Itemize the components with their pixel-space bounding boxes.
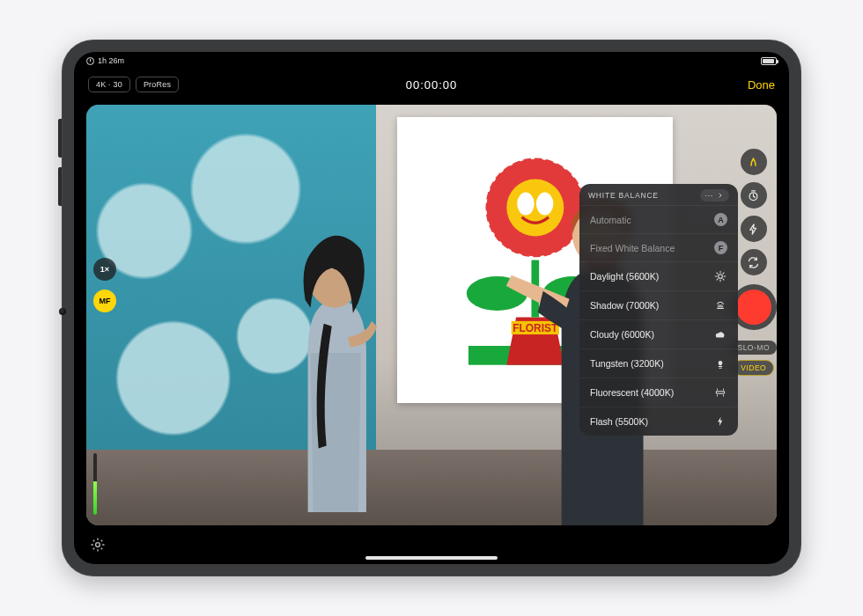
wb-option-fixed[interactable]: Fixed White Balance F [579, 233, 738, 261]
wb-option-tungsten[interactable]: Tungsten (3200K) [579, 348, 738, 378]
zoom-badge[interactable]: 1× [93, 258, 116, 281]
timecode: 00:00:00 [406, 78, 458, 92]
svg-point-16 [719, 275, 723, 279]
done-button[interactable]: Done [748, 78, 775, 92]
wb-option-label: Cloudy (6000K) [590, 329, 654, 340]
status-bar: 1h 26m [74, 52, 789, 70]
ipad-device-frame: 1h 26m 4K · 30 ProRes 00:00:00 Done [62, 40, 801, 576]
audio-level-meter [93, 453, 97, 515]
top-toolbar: 4K · 30 ProRes 00:00:00 Done [74, 71, 789, 98]
timer-button[interactable] [741, 182, 767, 209]
exposure-button[interactable] [741, 149, 767, 175]
battery-icon [761, 57, 777, 65]
wb-panel-more-label: ··· [705, 191, 714, 200]
chevron-right-icon [717, 192, 724, 199]
wb-option-fluorescent[interactable]: Fluorescent (4000K) [579, 378, 738, 407]
svg-point-18 [96, 543, 100, 547]
wb-option-flash[interactable]: Flash (5500K) [579, 407, 738, 436]
settings-button[interactable] [88, 535, 107, 554]
flash-button[interactable] [741, 216, 767, 242]
recording-remaining: 1h 26m [98, 56, 124, 65]
wb-panel-title: WHITE BALANCE [588, 191, 659, 200]
mode-video[interactable]: VIDEO [733, 360, 774, 376]
wb-option-label: Shadow (7000K) [590, 300, 659, 311]
white-balance-panel: WHITE BALANCE ··· Automatic A Fixed Whit… [579, 184, 738, 436]
fluorescent-icon [713, 385, 727, 400]
wb-option-shadow[interactable]: Shadow (7000K) [579, 290, 738, 319]
clock-icon [86, 57, 94, 65]
home-indicator[interactable] [365, 556, 498, 560]
bottom-bar [74, 525, 789, 564]
wb-option-label: Flash (5500K) [590, 416, 648, 427]
record-indicator-icon [736, 290, 771, 325]
fixed-badge-icon: F [714, 241, 727, 254]
flash-icon [713, 414, 727, 429]
bulb-icon [713, 356, 727, 370]
wb-option-label: Fluorescent (4000K) [590, 387, 674, 398]
gear-icon [90, 537, 106, 553]
codec-chip[interactable]: ProRes [136, 77, 179, 92]
focus-mode-label: MF [100, 297, 111, 305]
wb-panel-more[interactable]: ··· [700, 189, 730, 202]
wb-option-cloudy[interactable]: Cloudy (6000K) [579, 319, 738, 348]
switch-camera-button[interactable] [741, 249, 767, 275]
zoom-label: 1× [100, 265, 109, 274]
format-chip[interactable]: 4K · 30 [88, 77, 130, 92]
svg-point-14 [753, 158, 755, 159]
wb-option-label: Fixed White Balance [590, 243, 675, 253]
svg-rect-17 [716, 392, 724, 393]
wb-option-automatic[interactable]: Automatic A [579, 205, 738, 233]
front-camera-dot [59, 308, 66, 315]
sun-icon [713, 269, 727, 283]
wb-option-daylight[interactable]: Daylight (5600K) [579, 261, 738, 290]
wb-option-label: Daylight (5600K) [590, 271, 659, 282]
wb-option-label: Tungsten (3200K) [590, 358, 664, 369]
shadow-icon [713, 298, 727, 312]
auto-badge-icon: A [714, 213, 727, 226]
screen: 1h 26m 4K · 30 ProRes 00:00:00 Done [74, 52, 789, 564]
wb-option-label: Automatic [590, 215, 631, 225]
cloud-icon [713, 327, 727, 341]
